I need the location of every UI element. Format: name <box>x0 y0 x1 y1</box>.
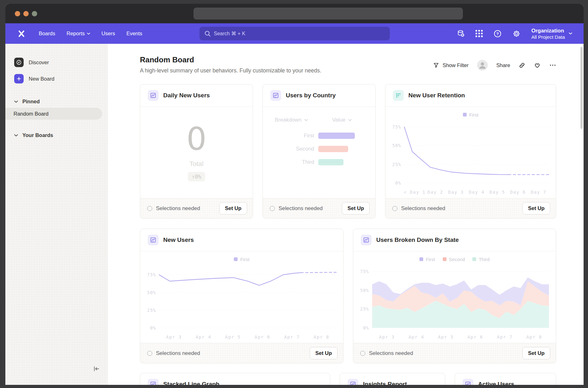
card-title: Stacked Line Graph <box>163 381 219 385</box>
status-label: Selections needed <box>369 350 413 357</box>
value-label: Value <box>332 117 345 123</box>
chart-legend: First <box>385 107 556 118</box>
plus-icon <box>14 74 24 83</box>
favorite-heart-icon[interactable] <box>534 62 541 69</box>
nav-item-boards[interactable]: Boards <box>34 28 60 39</box>
nav-item-label: Users <box>101 31 115 37</box>
top-navbar: Boards Reports Users Events <box>5 23 584 44</box>
card-status: Selections needed <box>360 350 413 357</box>
legend-item: First <box>234 257 249 262</box>
url-bar[interactable] <box>193 8 463 20</box>
setup-button[interactable]: Set Up <box>522 347 550 359</box>
search-input[interactable] <box>199 27 390 40</box>
settings-gear-icon[interactable] <box>512 30 521 38</box>
browser-window: Boards Reports Users Events <box>5 4 584 385</box>
status-circle-icon <box>392 206 397 211</box>
nav-item-reports[interactable]: Reports <box>62 28 95 39</box>
card-status: Selections needed <box>147 350 200 357</box>
line-chart-icon <box>148 235 159 245</box>
nav-item-users[interactable]: Users <box>97 28 119 39</box>
card-header: Stacked Line Graph <box>140 373 330 385</box>
line-chart-icon <box>148 379 159 385</box>
card-daily-new-users: Daily New Users 0 Total ↑0% Selections n… <box>140 84 253 219</box>
chevron-down-icon <box>348 119 352 121</box>
mixpanel-logo-icon[interactable] <box>17 30 26 38</box>
svg-text:Apr 7: Apr 7 <box>497 334 513 340</box>
nav-item-events[interactable]: Events <box>122 28 147 39</box>
sidebar-section-pinned[interactable]: Pinned <box>14 99 103 105</box>
legend-item: First <box>419 257 435 262</box>
card-footer: Selections needed Set Up <box>353 343 556 363</box>
zoom-window-button[interactable] <box>32 11 37 16</box>
minimize-window-button[interactable] <box>23 11 29 16</box>
page-title: Random Board <box>140 55 321 64</box>
copy-link-icon[interactable] <box>519 62 525 69</box>
filter-funnel-icon <box>433 62 439 68</box>
metric-change-badge: ↑0% <box>188 172 205 181</box>
svg-text:Apr 4: Apr 4 <box>196 334 211 340</box>
chart-legend: First <box>140 251 343 263</box>
card-body: First 75%50%25%0%< Day 1Day 2Day 3Day 4D… <box>385 107 556 198</box>
legend-swatch <box>234 257 238 261</box>
avatar[interactable] <box>477 60 488 71</box>
chart-legend: FirstSecondThird <box>353 251 556 263</box>
share-button[interactable]: Share <box>496 62 510 68</box>
help-icon[interactable]: ? <box>493 30 502 38</box>
sidebar-item-random-board[interactable]: Random Board <box>5 108 102 120</box>
svg-text:Apr 5: Apr 5 <box>438 334 454 340</box>
setup-button[interactable]: Set Up <box>219 202 247 214</box>
legend-swatch <box>463 113 467 117</box>
sidebar-item-label: Discover <box>29 60 49 66</box>
country-bar-row: Second <box>263 146 375 152</box>
setup-button[interactable]: Set Up <box>310 347 337 359</box>
legend-swatch <box>472 257 476 261</box>
nav-items: Boards Reports Users Events <box>34 28 147 39</box>
legend-swatch <box>443 257 447 261</box>
svg-text:Apr 8: Apr 8 <box>526 334 542 340</box>
retention-grid-icon <box>393 90 404 101</box>
metric-label: Total <box>189 160 203 168</box>
show-filter-button[interactable]: Show Filter <box>433 62 469 68</box>
chevron-down-icon <box>87 33 90 35</box>
svg-text:0%: 0% <box>363 325 369 330</box>
legend-item: Second <box>443 257 465 262</box>
value-dropdown[interactable]: Value <box>332 117 352 123</box>
sidebar-section-your-boards[interactable]: Your Boards <box>14 132 103 138</box>
country-bar-list: First Second Third <box>263 133 375 172</box>
status-label: Selections needed <box>401 205 445 212</box>
card-header: Active Users <box>455 373 556 385</box>
more-options-icon[interactable] <box>549 62 556 69</box>
collapse-sidebar-button[interactable] <box>93 365 100 374</box>
card-title: New User Retention <box>408 92 465 99</box>
setup-button[interactable]: Set Up <box>522 202 550 214</box>
sidebar-item-discover[interactable]: Discover <box>14 56 103 68</box>
by-state-chart: 75%50%25%0%Apr 3Apr 4Apr 5Apr 6Apr 7Apr … <box>353 263 556 343</box>
svg-text:25%: 25% <box>360 306 369 311</box>
scrollbar-thumb[interactable] <box>580 47 583 129</box>
card-status: Selections needed <box>270 205 323 212</box>
data-management-icon[interactable] <box>457 30 465 37</box>
card-header: Daily New Users <box>140 84 253 107</box>
apps-grid-icon[interactable] <box>476 30 483 37</box>
close-window-button[interactable] <box>15 11 20 16</box>
org-project: All Project Data <box>531 34 565 40</box>
nav-item-label: Boards <box>39 31 55 37</box>
setup-button[interactable]: Set Up <box>342 202 370 214</box>
card-new-user-retention: New User Retention First 75%50%25%0%< Da… <box>385 84 556 219</box>
sidebar-item-label: Random Board <box>14 111 49 117</box>
line-chart-icon <box>463 379 473 385</box>
bar-label: Second <box>263 146 314 152</box>
bar-label: Third <box>263 159 314 165</box>
card-body: First 75%50%25%0%Apr 3Apr 4Apr 5Apr 6Apr… <box>140 251 343 343</box>
metric-value: 0 <box>187 123 207 155</box>
svg-text:< Day 1: < Day 1 <box>404 190 426 195</box>
status-label: Selections needed <box>279 205 323 212</box>
svg-text:Day 4: Day 4 <box>469 190 485 195</box>
org-switcher[interactable]: Organization All Project Data <box>531 27 572 40</box>
svg-text:Apr 6: Apr 6 <box>255 334 270 340</box>
svg-text:Apr 7: Apr 7 <box>284 334 300 340</box>
sidebar-item-new-board[interactable]: New Board <box>14 73 103 85</box>
breakdown-dropdown[interactable]: Breakdown <box>275 117 308 123</box>
chevron-down-icon <box>304 119 308 121</box>
svg-text:0%: 0% <box>150 325 156 330</box>
